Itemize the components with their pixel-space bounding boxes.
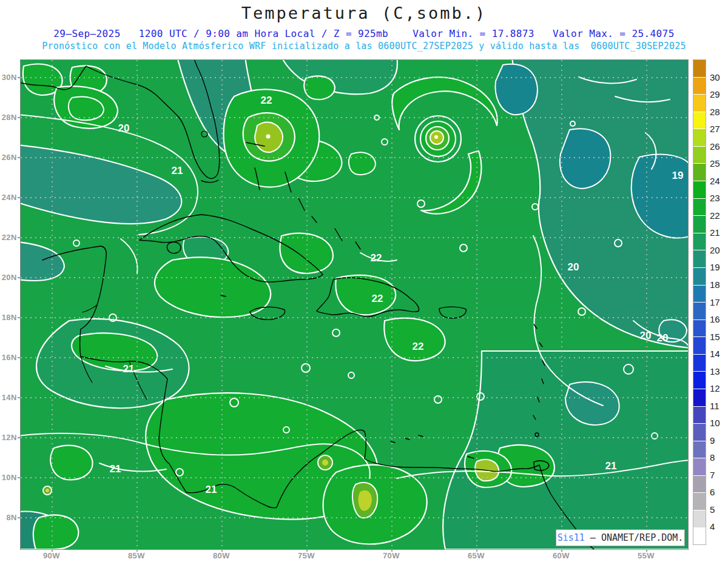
y-axis-tick bbox=[18, 477, 20, 478]
colorbar-tick-label: 13 bbox=[710, 366, 720, 376]
y-axis-tick bbox=[18, 397, 20, 398]
colorbar-cell bbox=[693, 458, 706, 475]
contour-value-label: 22 bbox=[413, 341, 424, 352]
subtitle-validtime: 29–Sep–2025 1200 UTC / 9:00 am Hora Loca… bbox=[0, 28, 728, 39]
y-axis-tick bbox=[18, 197, 20, 198]
temperature-contour-map: 2022211922202222202021212121 bbox=[21, 60, 688, 549]
contour-value-label: 22 bbox=[372, 293, 383, 304]
colorbar-cell bbox=[693, 319, 706, 337]
colorbar-cell bbox=[693, 302, 706, 319]
colorbar-cell bbox=[693, 77, 706, 95]
colorbar-cell bbox=[693, 163, 706, 181]
contour-value-label: 21 bbox=[172, 165, 183, 176]
y-axis-tick bbox=[18, 277, 20, 278]
colorbar-tick-label: 16 bbox=[710, 314, 720, 324]
colorbar-tick-label: 10 bbox=[710, 418, 720, 428]
colorbar-tick-label: 7 bbox=[710, 469, 715, 480]
x-axis-tick bbox=[306, 549, 308, 552]
colorbar-cell bbox=[693, 60, 706, 77]
colorbar-cell bbox=[693, 233, 706, 250]
y-axis-tick-label: 24N bbox=[0, 193, 17, 202]
watermark-brand: Sis11 bbox=[558, 532, 585, 543]
x-axis-tick bbox=[136, 549, 138, 552]
x-axis-tick bbox=[221, 549, 223, 552]
colorbar-tick-label: 22 bbox=[710, 210, 720, 220]
colorbar-tick-label: 18 bbox=[710, 279, 720, 289]
colorbar-tick-label: 21 bbox=[710, 227, 720, 238]
colorbar-tick-label: 25 bbox=[710, 158, 720, 169]
x-axis-tick-label: 90W bbox=[43, 551, 60, 560]
colorbar-tick-label: 19 bbox=[710, 262, 720, 272]
y-axis-tick-label: 20N bbox=[0, 273, 17, 282]
watermark-badge: Sis11 – ONAMET/REP.DOM. bbox=[556, 529, 685, 546]
x-axis-tick-label: 60W bbox=[553, 551, 570, 560]
colorbar-cell bbox=[693, 510, 706, 527]
contour-value-label: 21 bbox=[110, 463, 121, 475]
colorbar-tick-label: 11 bbox=[710, 400, 720, 410]
colorbar-cell bbox=[693, 475, 706, 493]
colorbar-tick-label: 6 bbox=[710, 487, 715, 497]
colorbar-cell bbox=[693, 267, 706, 285]
colorbar-tick-label: 14 bbox=[710, 349, 720, 359]
colorbar-cell bbox=[693, 94, 706, 112]
y-axis-tick bbox=[18, 517, 20, 518]
contour-value-label: 21 bbox=[605, 460, 617, 472]
colorbar-cell bbox=[693, 215, 706, 233]
x-axis-tick-label: 55W bbox=[638, 551, 655, 560]
colorbar-tick-label: 23 bbox=[710, 193, 720, 203]
colorbar-tick-label: 15 bbox=[710, 331, 720, 341]
colorbar-tick-label: 17 bbox=[710, 296, 720, 307]
x-axis-tick bbox=[561, 549, 562, 552]
colorbar-cell bbox=[693, 354, 706, 372]
contour-value-label: 21 bbox=[206, 484, 217, 495]
contour-value-label: 20 bbox=[640, 330, 652, 341]
map-area: 2022211922202222202021212121 bbox=[20, 59, 689, 550]
colorbar-cell bbox=[693, 112, 706, 129]
y-axis-tick bbox=[18, 437, 20, 438]
y-axis-tick-label: 28N bbox=[0, 113, 17, 122]
x-axis-tick bbox=[52, 549, 53, 552]
colorbar-cell bbox=[693, 423, 706, 441]
colorbar-cell bbox=[693, 527, 706, 545]
page-title: Temperatura (C,somb.) bbox=[0, 4, 728, 22]
x-axis-tick-label: 65W bbox=[468, 551, 485, 560]
x-axis-tick bbox=[476, 549, 477, 552]
colorbar-cell bbox=[693, 441, 706, 458]
x-axis-tick bbox=[391, 549, 393, 552]
colorbar-cell bbox=[693, 492, 706, 510]
colorbar-cell bbox=[693, 129, 706, 146]
y-axis-tick bbox=[18, 117, 20, 118]
contour-value-label: 20 bbox=[657, 332, 669, 344]
colorbar-tick-label: 4 bbox=[710, 521, 715, 532]
colorbar-cell bbox=[693, 285, 706, 303]
contour-value-label: 20 bbox=[568, 261, 579, 273]
colorbar bbox=[693, 59, 706, 545]
colorbar-tick-label: 28 bbox=[710, 106, 720, 116]
colorbar-cell bbox=[693, 181, 706, 198]
y-axis-tick-label: 26N bbox=[0, 153, 17, 162]
colorbar-tick-label: 27 bbox=[710, 124, 720, 134]
subtitle-model-info: Pronóstico con el Modelo Atmósferico WRF… bbox=[0, 41, 728, 52]
colorbar-cell bbox=[693, 371, 706, 389]
y-axis-tick bbox=[18, 317, 20, 318]
contour-value-label: 20 bbox=[118, 122, 130, 134]
colorbar-cell bbox=[693, 250, 706, 267]
contour-value-label: 21 bbox=[123, 363, 135, 375]
x-axis-tick-label: 70W bbox=[383, 551, 400, 560]
x-axis-tick bbox=[646, 549, 647, 552]
colorbar-tick-label: 9 bbox=[710, 435, 715, 445]
colorbar-cell bbox=[693, 146, 706, 164]
colorbar-cell bbox=[693, 198, 706, 216]
y-axis-tick-label: 16N bbox=[0, 353, 17, 362]
y-axis-tick-label: 12N bbox=[0, 433, 17, 442]
weather-chart-page: Temperatura (C,somb.) 29–Sep–2025 1200 U… bbox=[0, 0, 728, 562]
colorbar-tick-label: 8 bbox=[710, 452, 715, 463]
colorbar-tick-label: 29 bbox=[710, 89, 720, 99]
x-axis-tick-label: 85W bbox=[128, 551, 145, 560]
colorbar-tick-label: 24 bbox=[710, 175, 720, 186]
y-axis-tick-label: 18N bbox=[0, 313, 17, 322]
y-axis-tick-label: 22N bbox=[0, 233, 17, 242]
colorbar-tick-label: 12 bbox=[710, 383, 720, 393]
colorbar-cell bbox=[693, 406, 706, 424]
x-axis-tick-label: 80W bbox=[213, 551, 230, 560]
